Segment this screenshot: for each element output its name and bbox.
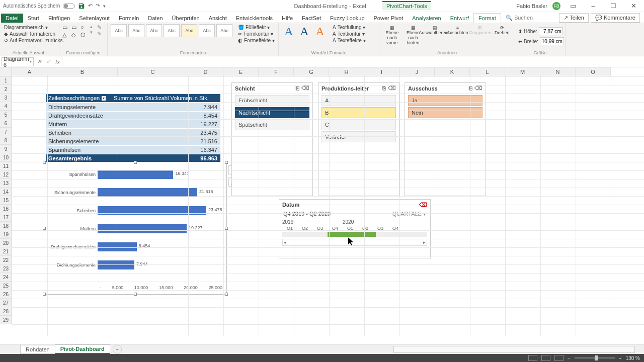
wordart-style-a[interactable]: A <box>282 24 296 38</box>
height-input[interactable] <box>539 27 563 35</box>
tab-entwicklertools[interactable]: Entwicklertools <box>231 14 277 23</box>
row-header[interactable]: 9 <box>0 145 12 153</box>
minimize-icon[interactable]: – <box>586 1 601 11</box>
slicer-item[interactable]: Nein <box>408 107 482 118</box>
column-header[interactable]: K <box>435 67 470 76</box>
row-header[interactable]: 16 <box>0 205 12 213</box>
select-all-corner[interactable] <box>0 67 12 76</box>
tab-powerpivot[interactable]: Power Pivot <box>369 14 408 23</box>
undo-icon[interactable]: ↶ <box>88 3 93 9</box>
text-outline-button[interactable]: A Textkontur ▾ <box>332 31 367 37</box>
comments-button[interactable]: 💬 Kommentare <box>591 13 640 23</box>
row-header[interactable]: 1 <box>0 76 12 85</box>
pivot-row[interactable]: Muttern19.227 <box>46 120 220 128</box>
row-header[interactable]: 27 <box>0 299 12 307</box>
group-button[interactable]: ⊞Gruppieren <box>469 24 491 36</box>
row-header[interactable]: 20 <box>0 239 12 247</box>
reset-style-button[interactable]: ↺ Auf Formatvorl. zurücks. <box>3 37 56 44</box>
slicer-item[interactable]: Spätschicht <box>235 119 309 130</box>
row-header[interactable]: 7 <box>0 128 12 136</box>
spreadsheet-grid[interactable]: 1234567891011121314151617181920212223242… <box>0 76 644 336</box>
tab-einfuegen[interactable]: Einfügen <box>44 14 74 23</box>
tab-start[interactable]: Start <box>23 14 44 23</box>
slicer-item[interactable]: A <box>321 95 396 106</box>
column-header[interactable]: O <box>576 67 611 76</box>
slicer-item[interactable]: C <box>321 119 396 130</box>
row-header[interactable]: 6 <box>0 119 12 128</box>
clear-filter-icon[interactable]: ⌫ <box>388 85 396 92</box>
pivot-row[interactable]: Drahtgewindeeinsätze8.454 <box>46 111 220 120</box>
tab-ansicht[interactable]: Ansicht <box>204 14 231 23</box>
tab-daten[interactable]: Daten <box>143 14 167 23</box>
column-header[interactable]: L <box>470 67 505 76</box>
horizontal-scrollbar[interactable] <box>393 346 635 353</box>
tab-fuzzy[interactable]: Fuzzy Lookup <box>326 14 369 23</box>
sheet-tab-rohdaten[interactable]: Rohdaten <box>20 345 55 354</box>
ribbon-display-icon[interactable]: ▭ <box>566 1 581 11</box>
row-header[interactable]: 26 <box>0 290 12 299</box>
shape-fill-button[interactable]: 🪣 Fülleffekt ▾ <box>237 24 276 31</box>
text-fill-button[interactable]: A Textfüllung ▾ <box>332 24 367 31</box>
page-break-view-icon[interactable] <box>554 355 564 361</box>
column-header[interactable]: J <box>399 67 435 76</box>
width-input[interactable] <box>540 37 564 45</box>
send-backward-button[interactable]: ▦Ebene nach hinten <box>404 24 423 46</box>
pivot-row[interactable]: Scheiben23.475 <box>46 128 220 137</box>
autosave-toggle[interactable] <box>63 4 75 9</box>
tab-analysieren[interactable]: Analysieren <box>408 14 445 23</box>
shape-effects-button[interactable]: ◐ Formeffekte ▾ <box>237 37 276 44</box>
selection-pane-button[interactable]: ▤Auswahlbereich <box>424 24 445 36</box>
zoom-slider[interactable] <box>575 357 615 358</box>
redo-icon[interactable]: ↷ <box>96 3 100 9</box>
row-header[interactable]: 17 <box>0 213 12 222</box>
pivot-row[interactable]: Spannhülsen16.347 <box>46 145 220 154</box>
zoom-out-icon[interactable]: − <box>568 355 571 361</box>
column-header[interactable]: E <box>223 67 259 76</box>
timeline-track[interactable] <box>282 232 427 237</box>
row-header[interactable]: 3 <box>0 94 12 102</box>
name-box[interactable]: Diagramm 6▾ <box>2 57 34 66</box>
multiselect-icon[interactable]: ⎘ <box>296 85 299 92</box>
slicer-item[interactable]: Frühschicht <box>235 95 309 106</box>
timeline-scrollbar[interactable]: ◂▸ <box>282 239 427 246</box>
column-header[interactable]: D <box>188 67 223 76</box>
row-header[interactable]: 15 <box>0 196 12 205</box>
row-header[interactable]: 25 <box>0 282 12 290</box>
column-header[interactable]: I <box>364 67 399 76</box>
cancel-fx-icon[interactable]: ✕ <box>35 57 44 66</box>
row-header[interactable]: 14 <box>0 188 12 196</box>
sheet-tab-pivot[interactable]: Pivot-Dashboard <box>55 344 110 354</box>
tab-entwurf[interactable]: Entwurf <box>446 14 473 23</box>
column-header[interactable]: N <box>540 67 576 76</box>
tab-formeln[interactable]: Formeln <box>114 14 143 23</box>
timeline-datum[interactable]: Datum⌫ Q4 2019 - Q2 2020QUARTALE ▾ 20192… <box>279 199 431 258</box>
column-header[interactable]: B <box>47 67 118 76</box>
pivot-chart[interactable]: + 🖌 Spannhülsen16.347Sicherungselemente2… <box>44 162 227 295</box>
slicer-item[interactable]: Nachtschicht <box>235 107 309 118</box>
align-button[interactable]: ≡Ausrichten <box>447 24 468 36</box>
row-header[interactable]: 19 <box>0 230 12 239</box>
wordart-style-b[interactable]: A <box>297 24 311 38</box>
column-header[interactable]: F <box>259 67 294 76</box>
row-header[interactable]: 18 <box>0 222 12 230</box>
tab-format[interactable]: Format <box>473 13 501 23</box>
chart-element-dropdown[interactable]: Diagrammbereich ▾ <box>3 24 56 31</box>
row-header[interactable]: 10 <box>0 153 12 162</box>
row-header[interactable]: 4 <box>0 102 12 111</box>
row-header[interactable]: 23 <box>0 264 12 273</box>
rotate-button[interactable]: ⟳Drehen <box>492 24 512 36</box>
column-header[interactable]: M <box>505 67 540 76</box>
slicer-item[interactable]: Ja <box>408 95 482 106</box>
close-icon[interactable]: ✕ <box>626 1 641 11</box>
tab-factset[interactable]: FactSet <box>297 14 326 23</box>
bring-forward-button[interactable]: ▦Ebene nach vorne <box>382 24 402 46</box>
tab-seitenlayout[interactable]: Seitenlayout <box>74 14 114 23</box>
row-header[interactable]: 21 <box>0 247 12 256</box>
row-header[interactable]: 5 <box>0 111 12 119</box>
pivot-filter-icon[interactable]: ▾ <box>102 96 106 101</box>
row-header[interactable]: 29 <box>0 316 12 324</box>
column-header[interactable]: H <box>329 67 364 76</box>
column-header[interactable]: C <box>118 67 188 76</box>
row-header[interactable]: 28 <box>0 307 12 316</box>
add-sheet-button[interactable]: + <box>113 345 122 354</box>
